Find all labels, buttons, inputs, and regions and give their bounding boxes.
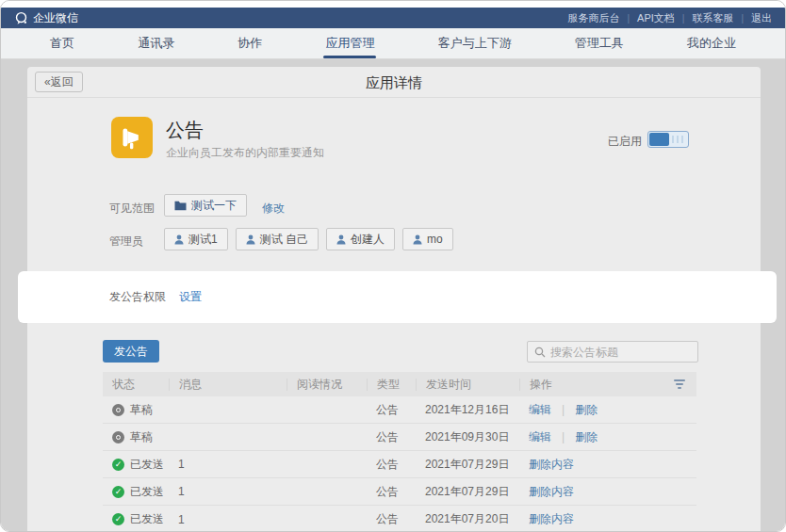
action-link-删除内容[interactable]: 删除内容 [529,457,574,473]
toggle-knob [649,133,669,146]
type-cell: 公告 [367,402,416,418]
search-box[interactable] [527,341,698,363]
admin-member-name: 测试1 [188,232,218,248]
date-cell: 2021年07月20日 [416,511,519,527]
status-cell: 草稿 [103,402,169,418]
topbar-link-2[interactable]: API文档 [637,11,675,25]
actions-cell: 编辑|删除 [519,402,696,418]
search-icon [534,347,546,358]
column-header-类型: 类型 [367,379,416,391]
table-row: ✓已发送1公告2021年07月29日删除内容 [103,451,696,478]
type-cell: 公告 [367,429,416,445]
app-window: 企业微信 服务商后台|API文档|联系客服|退出 首页通讯录协作应用管理客户与上… [0,0,786,532]
admin-member-name: 创建人 [351,232,385,248]
topbar-link-3[interactable]: 联系客服 [692,11,733,25]
table-row: 草稿公告2021年12月16日编辑|删除 [103,396,696,424]
admin-tags: 测试1测试 自己创建人mo [164,228,453,250]
status-cell: 草稿 [103,429,169,445]
status-text: 草稿 [130,402,153,418]
action-link-删除[interactable]: 删除 [575,429,598,445]
action-link-删除内容[interactable]: 删除内容 [529,511,574,527]
visibility-scope-tag: 测试一下 [164,194,247,217]
table-row: ✓已发送1公告2021年07月29日删除内容 [103,478,696,506]
nav-tab-协作[interactable]: 协作 [234,28,266,58]
topbar-link-4[interactable]: 退出 [751,11,772,25]
column-header-阅读情况: 阅读情况 [287,379,367,391]
nav-tab-管理工具[interactable]: 管理工具 [571,28,628,58]
wechat-work-brand[interactable]: 企业微信 [14,10,78,26]
topbar-link-separator: | [741,13,744,24]
column-header-发送时间: 发送时间 [416,379,519,391]
status-text: 草稿 [130,429,153,445]
topbar-links: 服务商后台|API文档|联系客服|退出 [567,11,772,25]
nav-tab-客户与上下游[interactable]: 客户与上下游 [434,28,516,58]
topbar-link-separator: | [682,13,685,24]
person-icon [413,234,422,245]
date-cell: 2021年09月30日 [416,429,519,445]
announcements-table: 状态消息阅读情况类型发送时间操作 草稿公告2021年12月16日编辑|删除草稿公… [103,372,696,532]
status-text: 已发送 [130,511,164,527]
draft-inner-dot [116,435,121,440]
date-cell: 2021年12月16日 [416,402,519,418]
sent-status-icon: ✓ [112,459,124,471]
status-cell: ✓已发送 [103,457,169,473]
action-link-删除内容[interactable]: 删除内容 [529,484,574,500]
table-header: 状态消息阅读情况类型发送时间操作 [103,372,696,396]
visibility-scope-label: 可见范围 [109,201,155,217]
actions-cell: 删除内容 [519,457,696,473]
app-name: 公告 [166,118,204,143]
type-cell: 公告 [367,484,416,500]
filter-icon[interactable] [674,379,685,389]
status-cell: ✓已发送 [103,511,169,527]
table-row: ✓已发送1公告2021年07月20日删除内容 [103,506,696,532]
folder-icon [174,201,187,211]
message-cell: 1 [169,485,287,498]
sent-status-icon: ✓ [112,486,124,498]
main-navigation: 首页通讯录协作应用管理客户与上下游管理工具我的企业 [1,28,785,59]
page-content: «返回 应用详情 公告 企业向员工发布的内部重要通知 已启用 可见范围 测试一下 [1,59,785,532]
status-text: 已发送 [130,457,164,473]
admin-member-tag: 测试1 [164,228,228,250]
new-announcement-button[interactable]: 发公告 [103,340,159,363]
modify-visibility-link[interactable]: 修改 [262,201,285,217]
admin-member-tag: 创建人 [326,228,395,250]
app-description: 企业向员工发布的内部重要通知 [166,145,324,161]
action-link-编辑[interactable]: 编辑 [529,402,551,418]
admin-member-name: 测试 自己 [260,232,308,248]
date-cell: 2021年07月29日 [416,457,519,473]
nav-tab-首页[interactable]: 首页 [46,28,78,58]
action-link-编辑[interactable]: 编辑 [529,429,551,445]
status-cell: ✓已发送 [103,484,169,500]
admins-label: 管理员 [109,234,143,250]
visibility-scope-name: 测试一下 [191,198,237,214]
type-cell: 公告 [367,511,416,527]
nav-tab-应用管理[interactable]: 应用管理 [321,28,378,58]
admin-member-tag: mo [402,228,453,250]
search-input[interactable] [550,346,696,359]
person-icon [246,234,255,245]
card-header: «返回 应用详情 [27,67,761,98]
topbar-link-1[interactable]: 服务商后台 [567,11,619,25]
window-top-strip [1,1,785,8]
permission-label: 发公告权限 [109,289,166,305]
draft-status-icon [112,404,124,416]
admin-member-name: mo [427,233,443,246]
type-cell: 公告 [367,457,416,473]
actions-cell: 删除内容 [519,511,696,527]
action-separator: | [562,430,565,443]
enabled-toggle[interactable] [647,131,689,148]
message-cell: 1 [169,458,287,471]
brand-label: 企业微信 [33,10,78,26]
top-bar: 企业微信 服务商后台|API文档|联系客服|退出 [1,8,785,28]
sent-status-icon: ✓ [112,513,124,525]
nav-tab-我的企业[interactable]: 我的企业 [683,28,740,58]
draft-inner-dot [116,408,121,412]
page-title: 应用详情 [27,74,761,92]
draft-status-icon [112,431,124,443]
action-link-删除[interactable]: 删除 [575,402,598,418]
nav-tab-通讯录[interactable]: 通讯录 [134,28,178,58]
person-icon [336,234,346,245]
column-header-操作: 操作 [519,379,696,391]
permission-settings-link[interactable]: 设置 [179,289,202,305]
table-body: 草稿公告2021年12月16日编辑|删除草稿公告2021年09月30日编辑|删除… [103,396,696,532]
